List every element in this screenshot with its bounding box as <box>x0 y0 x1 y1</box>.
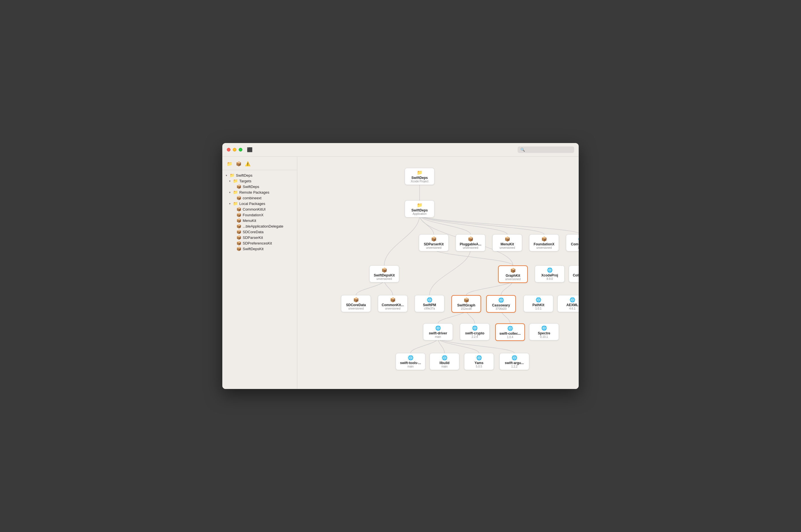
tree-item-label: combineext <box>243 196 261 200</box>
node-globe-icon: 🌐 <box>463 325 486 331</box>
node-title: PathKit <box>527 303 550 307</box>
sidebar-item-swiftdeps-target[interactable]: 📦SwiftDeps <box>222 184 297 189</box>
graph-node-n11[interactable]: 🌐CollectionC...0.2.0 <box>569 265 579 282</box>
graph-node-n15[interactable]: 📦SwiftGraph152ecd8 <box>451 295 481 312</box>
node-sub: 1.2.2 <box>503 365 526 368</box>
graph-node-n3[interactable]: 📦SDParserKitunversioned <box>419 234 449 251</box>
sidebar-item-sdpreferenceskit[interactable]: 📦SDPreferencesKit <box>222 240 297 246</box>
tree-item-label: CommonKitUI <box>243 207 265 211</box>
graph-edge <box>420 215 579 234</box>
node-package-icon: 📦 <box>459 236 482 242</box>
graph-node-n16[interactable]: 🌐Cassowary3706d20 <box>486 295 516 312</box>
graph-node-n1[interactable]: 📁SwiftDepsXcode Project <box>405 168 434 185</box>
graph-node-n5[interactable]: 📦MenuKitunversioned <box>492 234 522 251</box>
node-title: GraphKit <box>502 273 524 278</box>
node-globe-icon: 🌐 <box>527 297 550 302</box>
sidebar-item-remote-packages[interactable]: ▾📁Remote Packages <box>222 189 297 195</box>
node-title: MenuKit <box>496 242 519 246</box>
node-sub: unversioned <box>373 277 396 280</box>
search-input[interactable] <box>527 148 571 152</box>
package-icon: 📦 <box>237 247 241 251</box>
graph-node-n12[interactable]: 📦SDCoreDataunversioned <box>341 295 371 312</box>
node-title: llbuild <box>433 361 456 365</box>
graph-node-n18[interactable]: 🌐AEXML4.6.1 <box>557 295 579 312</box>
node-globe-icon: 🌐 <box>499 326 522 331</box>
node-title: SwiftDeps <box>408 176 431 180</box>
warning-icon[interactable]: ⚠️ <box>245 161 250 167</box>
sidebar-item-combineext[interactable]: 📦combineext <box>222 195 297 201</box>
node-sub: 0.10.1 <box>532 335 556 338</box>
sidebar-item-foundationx[interactable]: 📦FoundationX <box>222 212 297 218</box>
graph-node-n22[interactable]: 🌐Spectre0.10.1 <box>529 323 559 340</box>
sidebar-item-sdparserkit[interactable]: 📦SDParserKit <box>222 235 297 240</box>
sidebar-item-menukit[interactable]: 📦MenuKit <box>222 218 297 223</box>
graph-node-n20[interactable]: 🌐swift-crypto2.2.4 <box>460 323 489 340</box>
node-package-icon: 📦 <box>455 297 478 303</box>
graph-node-n23[interactable]: 🌐swift-tools-...main <box>396 353 425 370</box>
sidebar-item-commonkitui[interactable]: 📦CommonKitUI <box>222 206 297 212</box>
package-icon: 📦 <box>237 218 241 223</box>
graph-node-n25[interactable]: 🌐Yams5.0.5 <box>464 353 494 370</box>
package-icon[interactable]: 📦 <box>236 161 242 167</box>
package-icon: 📦 <box>237 241 241 245</box>
folder-icon[interactable]: 📁 <box>227 161 232 167</box>
sidebar-item-targets[interactable]: ▾📁Targets <box>222 178 297 184</box>
node-package-icon: 📦 <box>496 236 519 242</box>
tree-item-label: SDCoreData <box>243 230 264 234</box>
node-globe-icon: 🌐 <box>467 355 491 360</box>
search-bar[interactable]: 🔍 <box>518 147 574 153</box>
node-sub: unversioned <box>422 246 445 249</box>
node-title: Cassowary <box>489 303 513 307</box>
graph-node-n21[interactable]: 🌐swift-collec...1.0.4 <box>495 323 525 341</box>
graph-node-n2[interactable]: 📁SwiftDepsApplication <box>405 201 434 217</box>
graph-node-n4[interactable]: 📦PluggableA...unversioned <box>455 234 485 251</box>
node-globe-icon: 🌐 <box>503 355 526 360</box>
sidebar-item-swiftdeps-root[interactable]: ▾📁SwiftDeps <box>222 172 297 178</box>
package-icon: 📦 <box>237 235 241 240</box>
graph-node-n19[interactable]: 🌐swift-drivermain <box>423 323 453 340</box>
graph-node-n7[interactable]: 🌐CombineExt1.8.1 <box>566 234 579 251</box>
node-globe-icon: 🌐 <box>532 325 556 331</box>
node-title: Yams <box>467 361 491 365</box>
node-globe-icon: 🌐 <box>569 236 579 242</box>
node-title: swift-argu... <box>503 361 526 365</box>
graph-node-n8[interactable]: 📦SwiftDepsKitunversioned <box>369 265 399 282</box>
sidebar-toggle-icon[interactable]: ⬛ <box>247 147 253 152</box>
node-sub: unversioned <box>344 307 368 310</box>
node-title: SDParserKit <box>422 242 445 246</box>
sidebar-item-local-packages[interactable]: ▾📁Local Packages <box>222 201 297 206</box>
package-icon: 📦 <box>237 224 241 228</box>
tree-item-label: MenuKit <box>243 218 256 223</box>
tree-item-label: SwiftDepsKit <box>243 247 264 251</box>
sidebar: 📁 📦 ⚠️ ▾📁SwiftDeps▾📁Targets📦SwiftDeps▾📁R… <box>222 157 297 389</box>
sidebar-item-sdcoredata[interactable]: 📦SDCoreData <box>222 229 297 235</box>
graph-node-n17[interactable]: 🌐PathKit1.0.1 <box>523 295 553 312</box>
sidebar-item-swiftdepskit[interactable]: 📦SwiftDepsKit <box>222 246 297 252</box>
graph-node-n9[interactable]: 📦GraphKitunversioned <box>498 265 528 283</box>
node-sub: Application <box>408 212 431 215</box>
node-sub: 8.9.0 <box>538 277 561 280</box>
graph-node-n10[interactable]: 🌐XcodeProj8.9.0 <box>535 265 564 282</box>
maximize-button[interactable] <box>239 148 242 152</box>
node-sub: unversioned <box>502 278 524 281</box>
sidebar-item-bleapplicationdelegate[interactable]: 📦...bleApplicationDelegate <box>222 223 297 229</box>
graph-node-n13[interactable]: 📦CommonKit...unversioned <box>378 295 408 312</box>
graph-edge <box>420 215 507 234</box>
traffic-lights <box>227 148 242 152</box>
tree-item-label: SwiftDeps <box>236 173 253 177</box>
graph-area[interactable]: 📁SwiftDepsXcode Project📁SwiftDepsApplica… <box>297 157 579 389</box>
graph-node-n6[interactable]: 📦FoundationXunversioned <box>529 234 559 251</box>
graph-node-n26[interactable]: 🌐swift-argu...1.2.2 <box>500 353 529 370</box>
close-button[interactable] <box>227 148 230 152</box>
node-package-icon: 📦 <box>344 297 368 302</box>
graph-node-n24[interactable]: 🌐llbuildmain <box>430 353 459 370</box>
titlebar: ⬛ 🔍 <box>222 143 579 157</box>
graph-node-n14[interactable]: 🌐SwiftPMc99e37a <box>415 295 444 312</box>
tree-item-label: Remote Packages <box>239 190 269 194</box>
folder-icon: 📁 <box>233 201 238 206</box>
node-globe-icon: 🌐 <box>538 267 561 273</box>
node-package-icon: 📦 <box>373 267 396 273</box>
minimize-button[interactable] <box>233 148 237 152</box>
node-globe-icon: 🌐 <box>561 297 579 302</box>
node-globe-icon: 🌐 <box>399 355 422 360</box>
